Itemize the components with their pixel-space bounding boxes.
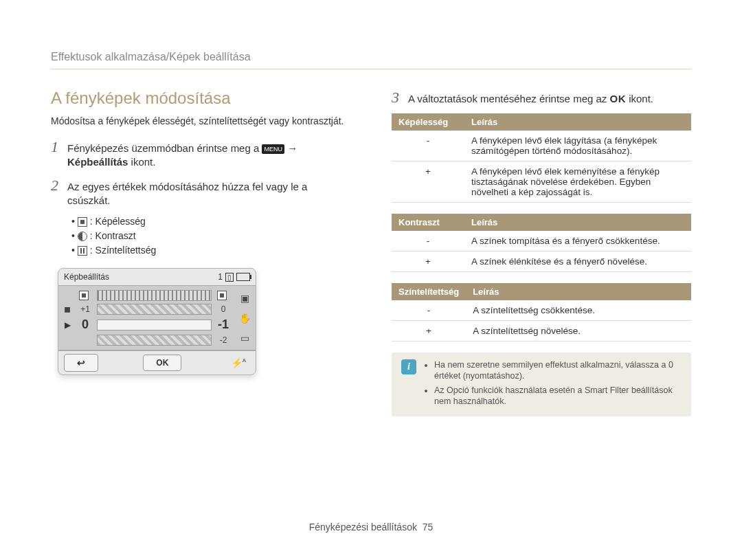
bullet-sharpness: : Képélesség <box>71 214 350 229</box>
slider-track <box>97 290 212 301</box>
table-row: - A színek tompítása és a fényerő csökke… <box>392 231 691 251</box>
page-footer: Fényképezési beállítások 75 <box>0 522 742 533</box>
camera-ui-screenshot: Képbeállítás 1 ▯ <box>58 268 256 375</box>
bullet-contrast: : Kontraszt <box>71 229 350 243</box>
adjustments-list: : Képélesség : Kontraszt : Színtelítetts… <box>71 214 350 258</box>
step2-text: Az egyes értékek módosításához húzza fel… <box>67 180 350 208</box>
step3-pre: A változtatások mentéséhez érintse meg a… <box>408 93 610 104</box>
menu-icon: MENU <box>262 144 284 154</box>
table-row: - A fényképen lévő élek lágyítása (a fén… <box>392 131 691 161</box>
play-marker-icon: ▶ <box>61 320 74 330</box>
step1-bold: Képbeállítás <box>67 156 128 168</box>
table-sharpness: Képélesség Leírás - A fényképen lévő éle… <box>392 113 691 203</box>
step1-pre: Fényképezés üzemmódban érintse meg a <box>67 142 262 154</box>
step-number: 3 <box>392 89 408 107</box>
step-2: 2 Az egyes értékek módosításához húzza f… <box>51 177 350 208</box>
back-button[interactable]: ↩ <box>64 354 98 372</box>
step-number: 2 <box>51 177 67 194</box>
mode-icon: ▣ <box>240 293 249 304</box>
slider-track[interactable] <box>97 304 212 315</box>
slider-track[interactable] <box>97 320 212 331</box>
saturation-icon <box>78 246 87 256</box>
sharpness-icon <box>78 217 87 227</box>
landscape-icon: ▭ <box>240 333 249 344</box>
step3-post: ikont. <box>629 93 653 104</box>
table-row: + A színek élénkítése és a fényerő növel… <box>392 251 691 272</box>
intro-text: Módosítsa a fényképek élességét, színtel… <box>51 115 350 127</box>
step1-arrow: → <box>287 142 297 154</box>
table-row: + A fényképen lévő élek keményítése a fé… <box>392 161 691 203</box>
table-header: Képélesség <box>392 113 464 131</box>
hand-icon: ✋ <box>239 313 251 324</box>
step-1: 1 Fényképezés üzemmódban érintse meg a M… <box>51 138 350 170</box>
slider-header <box>61 290 231 301</box>
table-row: + A színtelítettség növelése. <box>392 321 691 341</box>
sharpness-icon <box>79 291 89 300</box>
bullet-saturation: : Színtelítettség <box>71 243 350 258</box>
table-contrast: Kontraszt Leírás - A színek tompítása és… <box>392 214 691 272</box>
step1-post: ikont. <box>128 156 155 168</box>
ok-button[interactable]: OK <box>143 355 181 371</box>
table-header: Színtelítettség <box>392 283 466 300</box>
section-title: A fényképek módosítása <box>51 89 350 108</box>
battery-icon <box>236 273 250 281</box>
slider-row: ◼ +1 0 <box>61 304 231 315</box>
info-icon: i <box>401 359 416 374</box>
sd-icon: ▯ <box>225 273 234 282</box>
sharpness-icon <box>217 291 227 300</box>
table-header: Kontraszt <box>392 214 464 231</box>
ok-icon: OK <box>610 93 627 104</box>
contrast-icon <box>78 232 87 241</box>
note-item: Ha nem szeretne semmilyen effektust alka… <box>434 359 682 382</box>
slider-row-active: ▶ 0 -1 <box>61 317 231 332</box>
row-marker-icon: ◼ <box>61 304 74 314</box>
table-header: Leírás <box>464 214 691 231</box>
flash-icon: ⚡A <box>227 357 250 368</box>
table-header: Leírás <box>466 283 691 300</box>
camera-title: Képbeállítás <box>64 272 109 282</box>
step-number: 1 <box>51 138 67 156</box>
slider-row: -2 <box>61 335 231 346</box>
note-item: Az Opció funkciók használata esetén a Sm… <box>434 385 682 407</box>
breadcrumb: Effektusok alkalmazása/Képek beállítása <box>51 51 691 69</box>
table-header: Leírás <box>464 113 691 131</box>
table-row: - A színtelítettség csökkentése. <box>392 300 691 321</box>
camera-count: 1 <box>218 272 223 282</box>
note-box: i Ha nem szeretne semmilyen effektust al… <box>392 352 691 416</box>
step-3: 3 A változtatások mentéséhez érintse meg… <box>392 89 691 107</box>
slider-track[interactable] <box>97 335 212 346</box>
table-saturation: Színtelítettség Leírás - A színtelítetts… <box>392 283 691 341</box>
